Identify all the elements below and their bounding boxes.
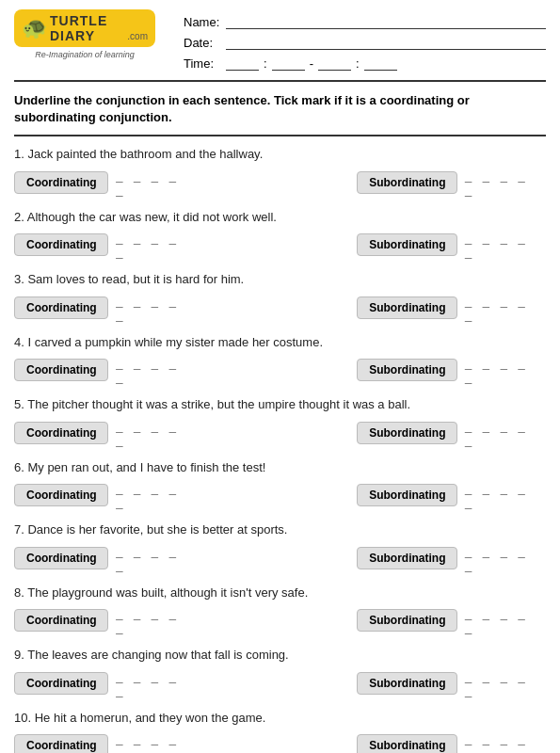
sentence-block-4: 4. I carved a pumpkin while my sister ma…	[0, 329, 560, 393]
coordinating-button-3[interactable]: Coordinating	[14, 296, 108, 319]
time-row: Time: : - :	[184, 56, 546, 71]
instructions: Underline the conjunction in each senten…	[0, 87, 560, 130]
coordinating-button-10[interactable]: Coordinating	[14, 734, 108, 753]
time-field-4[interactable]	[364, 56, 397, 71]
name-field[interactable]	[226, 14, 546, 29]
sentence-text-3: 3. Sam loves to read, but it is hard for…	[14, 270, 546, 289]
sentence-block-5: 5. The pitcher thought it was a strike, …	[0, 392, 560, 455]
subord-dashes-8: _ _ _ _ _	[465, 606, 546, 634]
logo-area: 🐢 TURTLE DIARY .com Re-Imagination of le…	[14, 9, 155, 59]
time-label: Time:	[184, 56, 221, 71]
sentence-block-6: 6. My pen ran out, and I have to finish …	[0, 455, 560, 518]
button-row-10: Coordinating_ _ _ _ _Subordinating_ _ _ …	[14, 731, 546, 753]
subordinating-button-9[interactable]: Subordinating	[357, 672, 457, 695]
subord-dashes-4: _ _ _ _ _	[465, 356, 546, 384]
sentence-block-3: 3. Sam loves to read, but it is hard for…	[0, 266, 560, 329]
coord-dashes-7: _ _ _ _ _	[116, 544, 197, 572]
coordinating-button-1[interactable]: Coordinating	[14, 171, 108, 194]
sentence-text-10: 10. He hit a homerun, and they won the g…	[14, 709, 546, 728]
sentence-text-5: 5. The pitcher thought it was a strike, …	[14, 395, 546, 414]
sentence-block-7: 7. Dance is her favorite, but she is bet…	[0, 517, 560, 580]
coordinating-button-5[interactable]: Coordinating	[14, 422, 108, 444]
logo-tagline: Re-Imagination of learning	[35, 50, 135, 59]
button-row-8: Coordinating_ _ _ _ _Subordinating_ _ _ …	[14, 606, 546, 634]
subordinating-button-8[interactable]: Subordinating	[357, 609, 457, 632]
subordinating-button-2[interactable]: Subordinating	[357, 233, 457, 256]
form-fields: Name: Date: Time: : - :	[184, 9, 546, 71]
subord-dashes-6: _ _ _ _ _	[465, 481, 546, 509]
subordinating-button-5[interactable]: Subordinating	[357, 422, 457, 444]
sentence-text-7: 7. Dance is her favorite, but she is bet…	[14, 521, 546, 539]
coord-dashes-8: _ _ _ _ _	[116, 606, 197, 634]
subordinating-button-3[interactable]: Subordinating	[357, 296, 457, 319]
coordinating-button-4[interactable]: Coordinating	[14, 359, 108, 381]
name-label: Name:	[184, 15, 221, 29]
coord-dashes-9: _ _ _ _ _	[116, 669, 197, 697]
time-field-3[interactable]	[318, 56, 351, 71]
button-row-1: Coordinating_ _ _ _ _Subordinating_ _ _ …	[14, 168, 546, 197]
sentence-block-8: 8. The playground was built, although it…	[0, 580, 560, 643]
coordinating-button-6[interactable]: Coordinating	[14, 484, 108, 506]
time-sep-2: -	[310, 56, 313, 71]
sentence-block-1: 1. Jack painted the bathroom and the hal…	[0, 141, 560, 204]
subordinating-button-4[interactable]: Subordinating	[357, 359, 457, 381]
button-row-9: Coordinating_ _ _ _ _Subordinating_ _ _ …	[14, 669, 546, 697]
time-sep-1: :	[264, 56, 267, 71]
button-row-6: Coordinating_ _ _ _ _Subordinating_ _ _ …	[14, 481, 546, 509]
logo-box: 🐢 TURTLE DIARY .com	[14, 9, 155, 47]
button-row-2: Coordinating_ _ _ _ _Subordinating_ _ _ …	[14, 231, 546, 259]
date-label: Date:	[184, 36, 221, 50]
coordinating-button-7[interactable]: Coordinating	[14, 547, 108, 569]
sentences-container: 1. Jack painted the bathroom and the hal…	[0, 141, 560, 753]
button-row-4: Coordinating_ _ _ _ _Subordinating_ _ _ …	[14, 356, 546, 384]
name-row: Name:	[184, 14, 546, 29]
coordinating-button-2[interactable]: Coordinating	[14, 233, 108, 256]
coord-dashes-6: _ _ _ _ _	[116, 481, 197, 509]
turtle-icon: 🐢	[22, 16, 47, 40]
subordinating-button-1[interactable]: Subordinating	[357, 171, 457, 194]
page-header: 🐢 TURTLE DIARY .com Re-Imagination of le…	[0, 0, 560, 75]
coordinating-button-9[interactable]: Coordinating	[14, 672, 108, 695]
sentence-block-10: 10. He hit a homerun, and they won the g…	[0, 705, 560, 753]
subord-dashes-3: _ _ _ _ _	[465, 294, 546, 322]
coord-dashes-3: _ _ _ _ _	[116, 294, 197, 322]
subord-dashes-10: _ _ _ _ _	[465, 731, 546, 753]
subord-dashes-1: _ _ _ _ _	[465, 168, 546, 197]
sentence-text-2: 2. Although the car was new, it did not …	[14, 208, 546, 227]
subord-dashes-9: _ _ _ _ _	[465, 669, 546, 697]
coord-dashes-1: _ _ _ _ _	[116, 168, 197, 197]
sentence-text-6: 6. My pen ran out, and I have to finish …	[14, 458, 546, 477]
coord-dashes-10: _ _ _ _ _	[116, 731, 197, 753]
subordinating-button-10[interactable]: Subordinating	[357, 734, 457, 753]
coord-dashes-4: _ _ _ _ _	[116, 356, 197, 384]
subord-dashes-2: _ _ _ _ _	[465, 231, 546, 259]
coord-dashes-2: _ _ _ _ _	[116, 231, 197, 259]
button-row-3: Coordinating_ _ _ _ _Subordinating_ _ _ …	[14, 294, 546, 322]
sentence-text-1: 1. Jack painted the bathroom and the hal…	[14, 145, 546, 164]
time-field-2[interactable]	[272, 56, 305, 71]
sentence-block-2: 2. Although the car was new, it did not …	[0, 204, 560, 267]
logo-text: TURTLE DIARY	[50, 13, 124, 43]
subord-dashes-5: _ _ _ _ _	[465, 419, 546, 447]
logo-com: .com	[127, 31, 148, 41]
button-row-7: Coordinating_ _ _ _ _Subordinating_ _ _ …	[14, 544, 546, 572]
sentence-block-9: 9. The leaves are changing now that fall…	[0, 642, 560, 705]
subord-dashes-7: _ _ _ _ _	[465, 544, 546, 572]
date-row: Date:	[184, 35, 546, 50]
time-sep-3: :	[356, 56, 360, 71]
time-field-1[interactable]	[226, 56, 259, 71]
sentence-text-8: 8. The playground was built, although it…	[14, 584, 546, 602]
button-row-5: Coordinating_ _ _ _ _Subordinating_ _ _ …	[14, 419, 546, 447]
subordinating-button-7[interactable]: Subordinating	[357, 547, 457, 569]
date-field[interactable]	[226, 35, 546, 50]
header-divider	[14, 80, 546, 82]
subordinating-button-6[interactable]: Subordinating	[357, 484, 457, 506]
coord-dashes-5: _ _ _ _ _	[116, 419, 197, 447]
instructions-divider	[14, 135, 546, 136]
coordinating-button-8[interactable]: Coordinating	[14, 609, 108, 632]
sentence-text-4: 4. I carved a pumpkin while my sister ma…	[14, 333, 546, 352]
sentence-text-9: 9. The leaves are changing now that fall…	[14, 646, 546, 665]
